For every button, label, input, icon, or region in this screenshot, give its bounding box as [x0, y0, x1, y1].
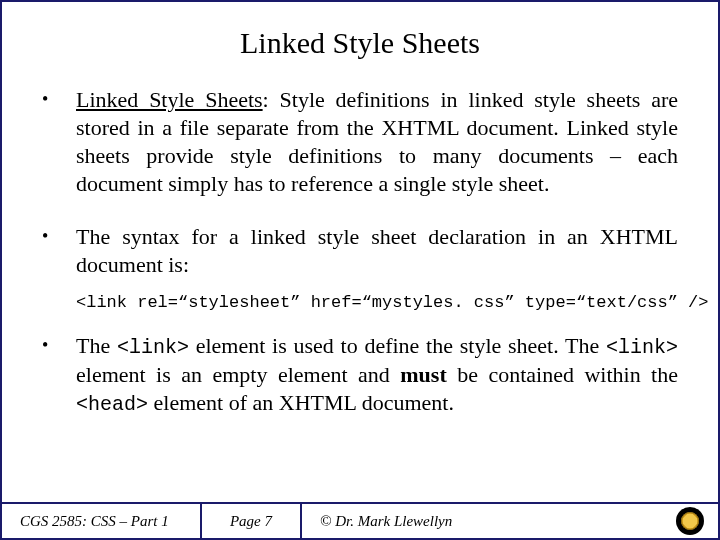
slide-title: Linked Style Sheets	[18, 26, 702, 60]
bullet-3: • The <link> element is used to define t…	[42, 332, 678, 417]
b3-mid3: be contained within the	[447, 362, 678, 387]
b3-post: element of an XHTML document.	[148, 390, 454, 415]
footer-page: Page 7	[202, 504, 302, 538]
bullet-3-text: The <link> element is used to define the…	[76, 332, 678, 417]
ucf-logo-icon	[676, 507, 704, 535]
bullet-1-term: Linked Style Sheets	[76, 87, 263, 112]
bullet-1: • Linked Style Sheets: Style definitions…	[42, 86, 678, 199]
code-example: <link rel=“stylesheet” href=“mystyles. c…	[76, 293, 678, 312]
slide-body: • Linked Style Sheets: Style definitions…	[18, 86, 702, 417]
footer-course: CGS 2585: CSS – Part 1	[2, 504, 202, 538]
footer-copyright: © Dr. Mark Llewellyn	[302, 504, 718, 538]
footer: CGS 2585: CSS – Part 1 Page 7 © Dr. Mark…	[2, 502, 718, 538]
b3-code3: <head>	[76, 393, 148, 416]
bullet-marker: •	[42, 86, 76, 113]
b3-code1: <link>	[117, 336, 189, 359]
bullet-marker: •	[42, 332, 76, 359]
bullet-2: • The syntax for a linked style sheet de…	[42, 223, 678, 279]
slide: Linked Style Sheets • Linked Style Sheet…	[0, 0, 720, 540]
b3-pre1: The	[76, 333, 117, 358]
b3-mid1: element is used to define the style shee…	[189, 333, 606, 358]
bullet-1-text: Linked Style Sheets: Style definitions i…	[76, 86, 678, 199]
b3-mid2: element is an empty element and	[76, 362, 400, 387]
b3-code2: <link>	[606, 336, 678, 359]
b3-bold: must	[400, 362, 446, 387]
bullet-2-text: The syntax for a linked style sheet decl…	[76, 223, 678, 279]
bullet-marker: •	[42, 223, 76, 250]
